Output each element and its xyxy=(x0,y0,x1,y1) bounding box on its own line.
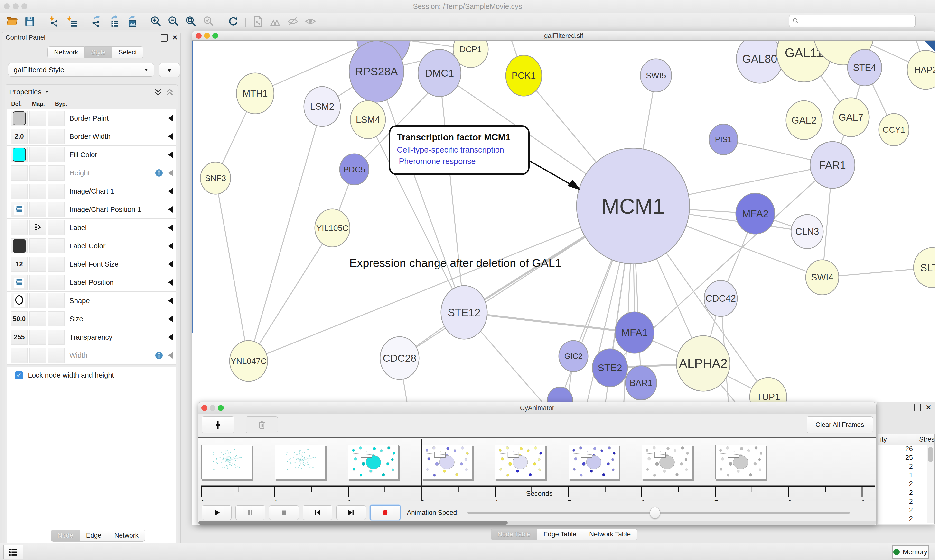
position-icon[interactable] xyxy=(14,205,24,215)
position-icon[interactable] xyxy=(14,278,24,288)
float-panel-icon[interactable] xyxy=(914,403,921,411)
maximize-window-icon[interactable] xyxy=(218,405,224,411)
network-node-bar1[interactable]: BAR1 xyxy=(625,366,657,400)
network-node-dmc1[interactable]: DMC1 xyxy=(418,49,461,97)
export-network-button[interactable] xyxy=(88,14,105,28)
network-node-slt2[interactable]: SLT2 xyxy=(913,248,935,288)
frame-thumbnail-2[interactable] xyxy=(348,445,399,480)
minimize-window-icon[interactable] xyxy=(210,405,216,411)
tab-node-table[interactable]: Node Table xyxy=(491,528,537,540)
minimize-window-icon[interactable] xyxy=(13,3,19,9)
slider-thumb[interactable] xyxy=(650,507,660,518)
expand-property-icon[interactable] xyxy=(168,152,173,158)
close-panel-icon[interactable]: ✕ xyxy=(172,35,178,41)
clear-all-frames-button[interactable]: Clear All Frames xyxy=(807,417,873,433)
expand-property-icon[interactable] xyxy=(168,170,173,176)
table-cell[interactable]: 2 xyxy=(878,497,926,506)
table-cell[interactable]: 2 xyxy=(878,480,926,489)
frame-thumbnail-5[interactable] xyxy=(569,445,619,480)
network-node-cdc28[interactable]: CDC28 xyxy=(380,337,419,380)
tab-network[interactable]: Network xyxy=(108,529,145,542)
animation-speed-slider[interactable] xyxy=(468,506,850,520)
network-node-mcm1[interactable]: MCM1 xyxy=(577,148,690,264)
tab-node[interactable]: Node xyxy=(51,529,80,542)
annotation-box[interactable]: Transcription factor MCM1 Cell-type-spec… xyxy=(390,126,581,190)
table-vertical-scrollbar[interactable] xyxy=(927,445,934,523)
property-row-border-paint[interactable]: Border Paint xyxy=(7,109,176,128)
property-row-image-chart-position-1[interactable]: Image/Chart Position 1 xyxy=(7,200,176,219)
table-cell[interactable]: 2 xyxy=(878,489,926,497)
network-node-gcy1[interactable]: GCY1 xyxy=(879,114,909,146)
expand-property-icon[interactable] xyxy=(168,243,173,249)
tab-network-table[interactable]: Network Table xyxy=(583,528,637,540)
discrete-mapping-icon[interactable] xyxy=(33,223,42,232)
network-node-swi5[interactable]: SWI5 xyxy=(640,59,671,92)
table-cell[interactable]: 25 xyxy=(878,454,926,462)
next-frame-button[interactable] xyxy=(336,505,366,520)
color-swatch[interactable] xyxy=(13,239,26,253)
caption-annotation[interactable]: Expression change after deletion of GAL1 xyxy=(349,256,561,269)
frame-thumbnail-7[interactable] xyxy=(715,445,766,480)
search-box[interactable] xyxy=(789,15,915,27)
property-row-label-color[interactable]: Label Color xyxy=(7,237,176,255)
record-button[interactable] xyxy=(370,505,401,520)
property-row-transparency[interactable]: 255Transparency xyxy=(7,328,176,346)
frame-thumbnail-6[interactable] xyxy=(642,445,692,480)
export-table-button[interactable] xyxy=(105,14,123,28)
expand-property-icon[interactable] xyxy=(168,261,173,267)
network-node-mfa1[interactable]: MFA1 xyxy=(615,312,654,353)
expand-property-icon[interactable] xyxy=(168,352,173,358)
maximize-window-icon[interactable] xyxy=(22,3,27,9)
default-value[interactable]: 255 xyxy=(14,334,25,341)
maximize-window-icon[interactable] xyxy=(212,33,218,39)
tab-edge[interactable]: Edge xyxy=(80,529,108,542)
properties-header[interactable]: Properties xyxy=(9,88,49,96)
timeline-playhead[interactable] xyxy=(421,438,422,501)
property-row-image-chart-1[interactable]: Image/Chart 1 xyxy=(7,182,176,200)
minimize-window-icon[interactable] xyxy=(204,33,210,39)
search-input[interactable] xyxy=(802,17,912,25)
import-network-button[interactable] xyxy=(46,14,63,28)
delete-frame-button[interactable] xyxy=(246,417,278,433)
network-node-hap2[interactable]: HAP2 xyxy=(907,50,935,89)
network-node-ste4[interactable]: STE4 xyxy=(848,49,882,86)
network-node-gic2[interactable]: GIC2 xyxy=(559,341,588,372)
first-neighbors-button[interactable] xyxy=(267,14,284,28)
property-row-label-position[interactable]: Label Position xyxy=(7,274,176,292)
property-row-fill-color[interactable]: Fill Color xyxy=(7,146,176,164)
lock-size-row[interactable]: ✓ Lock node width and height xyxy=(7,367,176,383)
expand-property-icon[interactable] xyxy=(168,225,173,231)
property-row-size[interactable]: 50.0Size xyxy=(7,310,176,328)
open-session-button[interactable] xyxy=(3,14,21,28)
expand-property-icon[interactable] xyxy=(168,334,173,340)
network-node-mth1[interactable]: MTH1 xyxy=(236,73,274,114)
expand-property-icon[interactable] xyxy=(168,188,173,194)
table-cell[interactable]: 1 xyxy=(878,471,926,480)
frame-thumbnail-3[interactable] xyxy=(422,445,472,480)
network-node-rps28a[interactable]: RPS28A xyxy=(349,41,404,102)
property-row-height[interactable]: Height xyxy=(7,164,176,182)
collapse-all-icon[interactable] xyxy=(165,88,174,97)
network-canvas[interactable]: DCP1RPS28ADMC1PCK1SWI5GAL80GAL11STE4HAP2… xyxy=(192,41,935,403)
expand-property-icon[interactable] xyxy=(168,133,173,140)
show-all-button[interactable] xyxy=(302,14,319,28)
color-swatch[interactable] xyxy=(13,148,26,162)
close-window-icon[interactable] xyxy=(4,3,10,9)
table-cell[interactable]: 2 xyxy=(878,515,926,524)
expand-all-icon[interactable] xyxy=(154,88,162,97)
zoom-fit-button[interactable] xyxy=(182,14,200,28)
table-cell[interactable]: 2 xyxy=(878,462,926,471)
network-node-snf3[interactable]: SNF3 xyxy=(201,162,231,194)
tab-select[interactable]: Select xyxy=(112,46,143,58)
property-row-label[interactable]: Label xyxy=(7,219,176,237)
network-node-tup1[interactable]: TUP1 xyxy=(750,378,787,403)
expand-property-icon[interactable] xyxy=(168,297,173,304)
birdseye-corner-icon[interactable] xyxy=(924,41,935,52)
network-node-pck1[interactable]: PCK1 xyxy=(506,55,542,96)
property-row-label-font-size[interactable]: 12Label Font Size xyxy=(7,255,176,274)
network-file-button[interactable] xyxy=(249,14,267,28)
default-value[interactable]: 2.0 xyxy=(15,133,24,140)
play-button[interactable] xyxy=(202,505,231,520)
timeline-horizontal-scrollbar[interactable] xyxy=(199,521,876,525)
network-node-pdc5[interactable]: PDC5 xyxy=(339,154,369,185)
